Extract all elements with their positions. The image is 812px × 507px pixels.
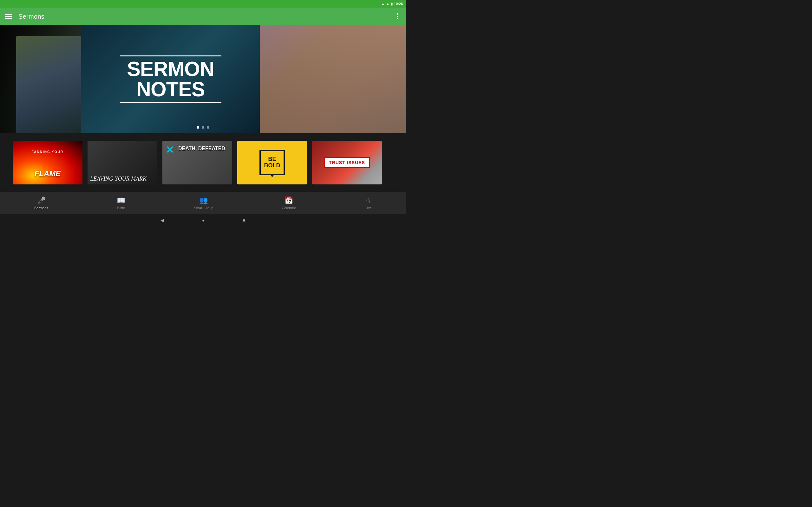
sermon-notes-line-top <box>120 55 221 56</box>
fanning-top-label: FANNING YOUR <box>13 150 83 154</box>
battery-icon: ▮ <box>391 2 393 6</box>
menu-button[interactable] <box>5 14 12 19</box>
sermon-notes-content: SERMON NOTES <box>120 53 221 106</box>
recent-apps-button[interactable]: ■ <box>243 218 246 223</box>
people-silhouette <box>16 36 81 133</box>
sermon-notes-title-line2: NOTES <box>120 79 221 100</box>
bottom-navigation: 🎤 Sermons 📖 Bible 👥 Small Group 📅 Calend… <box>0 192 406 214</box>
nav-item-sermons[interactable]: 🎤 Sermons <box>28 194 55 212</box>
back-button[interactable]: ◀ <box>160 218 164 223</box>
time-display: 10:26 <box>394 2 403 6</box>
sermon-card-death[interactable]: ✕ DEATH, DEFEATED <box>162 141 232 184</box>
be-bold-line1: BE <box>268 156 276 163</box>
nav-label-sermons: Sermons <box>34 206 48 210</box>
status-bar: ▲ ▲ ▮ 10:26 <box>0 0 406 8</box>
sermon-cards-row: FANNING YOUR FLAME Leaving Your Mark ✕ D… <box>0 133 406 192</box>
carousel-dots <box>197 126 209 129</box>
nav-item-small-group[interactable]: 👥 Small Group <box>188 194 219 212</box>
fanning-main-label: FLAME <box>13 169 83 178</box>
carousel-left-panel <box>0 25 81 133</box>
android-navigation-bar: ◀ ● ■ <box>0 214 406 227</box>
right-photo <box>260 25 406 133</box>
hamburger-line-1 <box>5 14 12 15</box>
left-photo <box>0 25 81 133</box>
nav-item-calendar[interactable]: 📅 Calendar <box>275 194 303 212</box>
page-title: Sermons <box>18 13 44 20</box>
carousel-dot-3[interactable] <box>207 126 209 129</box>
status-icons: ▲ ▲ ▮ 10:26 <box>381 2 403 6</box>
mic-icon: 🎤 <box>37 196 46 205</box>
carousel-center-panel[interactable]: SERMON NOTES <box>81 25 260 133</box>
be-bold-box: BE BOLD <box>259 150 285 175</box>
carousel-dot-2[interactable] <box>202 126 204 129</box>
group-icon: 👥 <box>199 196 208 205</box>
carousel-dot-1[interactable] <box>197 126 199 129</box>
nav-item-give[interactable]: ☆ Give <box>358 194 378 212</box>
nav-label-small-group: Small Group <box>194 206 213 210</box>
nav-label-bible: Bible <box>117 206 125 210</box>
sermon-notes-title-line1: SERMON <box>120 59 221 79</box>
be-bold-line2: BOLD <box>264 163 281 169</box>
nav-label-give: Give <box>364 206 372 210</box>
nav-label-calendar: Calendar <box>282 206 296 210</box>
hamburger-line-2 <box>5 16 12 17</box>
leaving-label: Leaving Your Mark <box>88 174 157 184</box>
star-icon: ☆ <box>365 196 371 205</box>
book-icon: 📖 <box>117 196 125 205</box>
sermon-card-flame[interactable]: FANNING YOUR FLAME <box>13 141 83 184</box>
sermon-card-leaving[interactable]: Leaving Your Mark <box>88 141 157 184</box>
calendar-icon: 📅 <box>285 196 293 205</box>
carousel-track: SERMON NOTES <box>0 25 406 133</box>
home-button[interactable]: ● <box>202 218 205 223</box>
nav-item-bible[interactable]: 📖 Bible <box>110 194 132 212</box>
hamburger-line-3 <box>5 18 12 19</box>
app-bar: Sermons ⋮ <box>0 8 406 25</box>
app-bar-left: Sermons <box>5 13 44 20</box>
sermon-notes-line-bottom <box>120 102 221 103</box>
sermon-card-bold[interactable]: BE BOLD <box>237 141 307 184</box>
trust-issues-label: TRUST ISSUES <box>324 157 370 168</box>
cross-icon: ✕ <box>165 144 174 156</box>
more-options-button[interactable]: ⋮ <box>394 12 401 20</box>
wifi-icon: ▲ <box>381 2 385 6</box>
carousel-right-panel <box>260 25 406 133</box>
signal-icon: ▲ <box>386 2 390 6</box>
death-defeated-label: DEATH, DEFEATED <box>178 146 225 152</box>
sermon-card-trust[interactable]: TRUST ISSUES <box>312 141 382 184</box>
person-overlay <box>260 25 406 133</box>
hero-carousel[interactable]: SERMON NOTES <box>0 25 406 133</box>
